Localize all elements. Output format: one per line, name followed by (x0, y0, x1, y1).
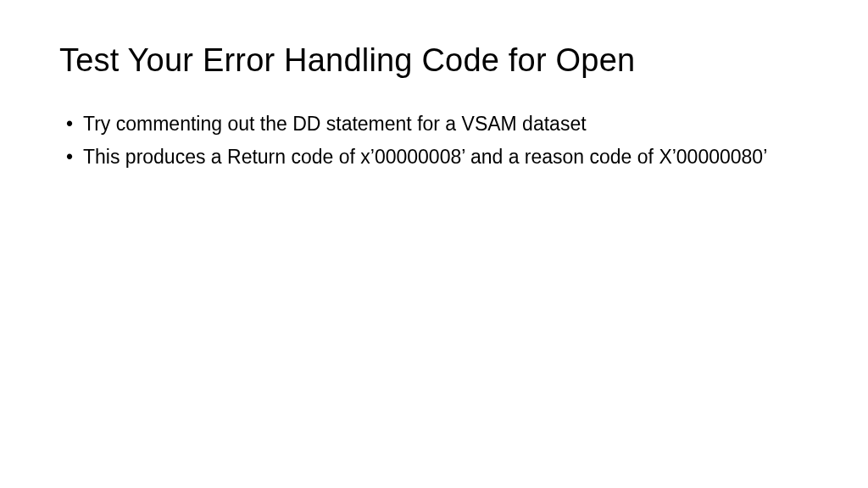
list-item: Try commenting out the DD statement for … (66, 111, 809, 137)
bullet-list: Try commenting out the DD statement for … (59, 111, 809, 170)
slide-title: Test Your Error Handling Code for Open (59, 42, 809, 79)
list-item: This produces a Return code of x’0000000… (66, 144, 809, 170)
